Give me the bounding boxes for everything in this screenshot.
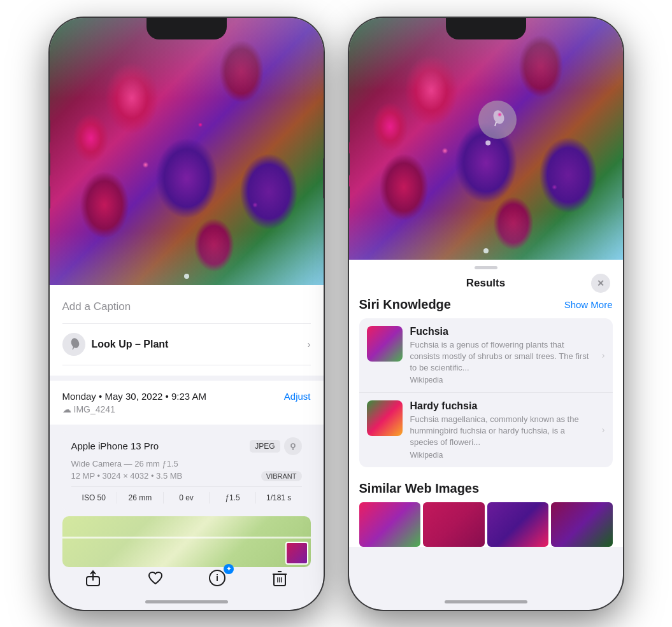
- similar-images-grid: [359, 502, 613, 547]
- exif-ev: 0 ev: [164, 492, 210, 504]
- vibrant-badge: VIBRANT: [261, 471, 302, 481]
- siri-knowledge-header: Siri Knowledge Show More: [359, 297, 613, 312]
- meta-date: Monday • May 30, 2022 • 9:23 AM: [62, 391, 206, 402]
- camera-badges: JPEG: [250, 437, 301, 455]
- leaf-icon: [68, 338, 80, 351]
- camera-spec1: Wide Camera — 26 mm ƒ1.5: [71, 459, 302, 468]
- siri-knowledge-card: Fuchsia Fuchsia is a genus of flowering …: [359, 318, 613, 467]
- right-photo-indicator: [483, 248, 489, 253]
- svg-text:i: i: [216, 573, 218, 583]
- visual-search-button[interactable]: [478, 101, 517, 139]
- lookup-chevron-icon: ›: [308, 339, 311, 349]
- left-phone: Add a Caption Look Up – Plant › Monday •…: [50, 18, 324, 610]
- results-panel: Results ✕ Siri Knowledge Show More Fuchs…: [349, 260, 623, 547]
- delete-button[interactable]: [266, 567, 294, 595]
- right-phone-notch: [446, 18, 526, 39]
- right-phone-left-buttons: [349, 120, 350, 209]
- photo-indicator: [184, 274, 189, 279]
- right-screen: Results ✕ Siri Knowledge Show More Fuchs…: [349, 18, 623, 610]
- meta-date-row: Monday • May 30, 2022 • 9:23 AM Adjust: [62, 391, 311, 402]
- show-more-button[interactable]: Show More: [564, 299, 613, 310]
- siri-item-fuchsia[interactable]: Fuchsia Fuchsia is a genus of flowering …: [359, 318, 613, 393]
- hardy-fuchsia-title: Hardy fuchsia: [410, 400, 594, 412]
- right-flower-photo[interactable]: [349, 18, 623, 260]
- camera-section: Apple iPhone 13 Pro JPEG Wide Camera — 2…: [62, 430, 311, 511]
- info-badge: ✦: [224, 564, 234, 574]
- share-button[interactable]: [79, 567, 107, 595]
- fuchsia-title: Fuchsia: [410, 326, 594, 337]
- close-button[interactable]: ✕: [591, 274, 610, 293]
- fuchsia-content: Fuchsia Fuchsia is a genus of flowering …: [410, 326, 594, 385]
- hardy-fuchsia-content: Hardy fuchsia Fuchsia magellanica, commo…: [410, 400, 594, 460]
- similar-image-4[interactable]: [551, 502, 613, 547]
- left-side-buttons: [50, 120, 50, 209]
- info-button[interactable]: i ✦: [203, 567, 231, 595]
- photo-info-section: Add a Caption Look Up – Plant ›: [50, 285, 324, 376]
- fuchsia-chevron-icon: ›: [602, 350, 605, 360]
- fuchsia-thumbnail: [367, 326, 403, 362]
- left-screen: Add a Caption Look Up – Plant › Monday •…: [50, 18, 324, 610]
- lookup-icon: [62, 333, 85, 356]
- adjust-button[interactable]: Adjust: [284, 391, 311, 402]
- results-header: Results ✕: [349, 269, 623, 297]
- map-road: [62, 537, 311, 539]
- right-home-indicator: [445, 600, 527, 603]
- cloud-icon: ☁: [62, 404, 71, 414]
- lookup-text: Look Up – Plant: [92, 339, 169, 350]
- meta-section: Monday • May 30, 2022 • 9:23 AM Adjust ☁…: [50, 381, 324, 425]
- exif-aperture: ƒ1.5: [210, 492, 256, 504]
- hardy-fuchsia-description: Fuchsia magellanica, commonly known as t…: [410, 414, 594, 449]
- caption-input[interactable]: Add a Caption: [62, 295, 311, 324]
- similar-images-title: Similar Web Images: [359, 481, 613, 496]
- siri-item-hardy-fuchsia[interactable]: Hardy fuchsia Fuchsia magellanica, commo…: [359, 392, 613, 467]
- exif-iso: ISO 50: [71, 492, 118, 504]
- right-phone: Results ✕ Siri Knowledge Show More Fuchs…: [349, 18, 623, 610]
- right-phone-right-button: [622, 158, 623, 199]
- exif-focal: 26 mm: [117, 492, 164, 504]
- location-icon: [284, 437, 302, 455]
- map-preview[interactable]: [62, 516, 311, 567]
- lookup-row[interactable]: Look Up – Plant ›: [62, 324, 311, 365]
- info-icon: i: [208, 569, 226, 591]
- right-side-button: [323, 158, 324, 199]
- similar-image-1[interactable]: [359, 502, 421, 547]
- meta-filename: ☁ IMG_4241: [62, 404, 311, 414]
- photo-toolbar: i ✦: [50, 567, 324, 595]
- share-icon: [84, 569, 102, 591]
- favorite-button[interactable]: [141, 567, 169, 595]
- flower-photo[interactable]: [50, 18, 324, 285]
- exif-row: ISO 50 26 mm 0 ev ƒ1.5 1/181 s: [71, 486, 302, 504]
- similar-image-3[interactable]: [487, 502, 549, 547]
- hardy-fuchsia-thumbnail: [367, 400, 403, 436]
- similar-image-2[interactable]: [423, 502, 485, 547]
- fuchsia-source: Wikipedia: [410, 376, 594, 384]
- camera-spec2: 12 MP • 3024 × 4032 • 3.5 MB VIBRANT: [71, 471, 302, 481]
- leaf-search-icon: [487, 109, 508, 130]
- svg-line-1: [73, 347, 74, 349]
- svg-line-15: [495, 122, 496, 126]
- left-phone-notch: [147, 18, 227, 39]
- svg-point-0: [69, 338, 80, 349]
- hardy-fuchsia-source: Wikipedia: [410, 451, 594, 460]
- heart-icon: [147, 569, 164, 591]
- jpeg-badge: JPEG: [250, 440, 280, 453]
- similar-images-section: Similar Web Images: [349, 474, 623, 547]
- home-indicator: [145, 600, 228, 603]
- camera-model-row: Apple iPhone 13 Pro JPEG: [71, 437, 302, 455]
- results-title: Results: [466, 277, 505, 290]
- siri-knowledge-section: Siri Knowledge Show More Fuchsia Fuchsia…: [349, 297, 623, 474]
- exif-shutter: 1/181 s: [256, 492, 302, 504]
- trash-icon: [271, 569, 288, 591]
- fuchsia-description: Fuchsia is a genus of flowering plants t…: [410, 339, 594, 374]
- siri-knowledge-title: Siri Knowledge: [359, 297, 451, 312]
- visual-search-dot: [485, 140, 490, 145]
- svg-point-14: [491, 109, 506, 125]
- svg-point-2: [291, 444, 295, 447]
- map-thumbnail: [285, 542, 308, 565]
- hardy-fuchsia-chevron-icon: ›: [602, 425, 605, 435]
- camera-model: Apple iPhone 13 Pro: [71, 440, 159, 451]
